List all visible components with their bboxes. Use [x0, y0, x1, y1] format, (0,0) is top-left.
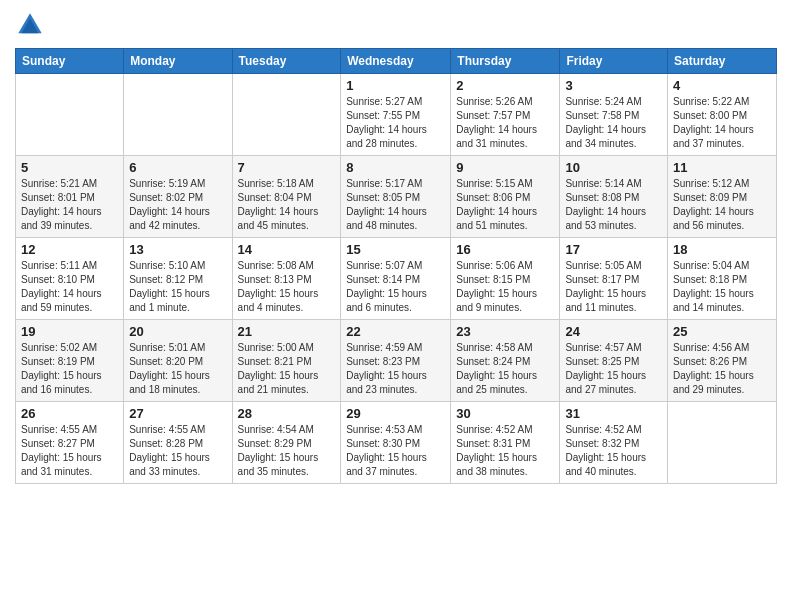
day-number: 3 — [565, 78, 662, 93]
calendar-week-row: 1Sunrise: 5:27 AM Sunset: 7:55 PM Daylig… — [16, 74, 777, 156]
day-number: 7 — [238, 160, 336, 175]
day-number: 23 — [456, 324, 554, 339]
calendar-cell: 30Sunrise: 4:52 AM Sunset: 8:31 PM Dayli… — [451, 402, 560, 484]
day-info: Sunrise: 5:27 AM Sunset: 7:55 PM Dayligh… — [346, 95, 445, 151]
day-info: Sunrise: 5:15 AM Sunset: 8:06 PM Dayligh… — [456, 177, 554, 233]
weekday-header-monday: Monday — [124, 49, 232, 74]
calendar-cell: 14Sunrise: 5:08 AM Sunset: 8:13 PM Dayli… — [232, 238, 341, 320]
day-number: 19 — [21, 324, 118, 339]
day-number: 13 — [129, 242, 226, 257]
day-info: Sunrise: 5:12 AM Sunset: 8:09 PM Dayligh… — [673, 177, 771, 233]
day-number: 1 — [346, 78, 445, 93]
day-number: 30 — [456, 406, 554, 421]
day-info: Sunrise: 5:06 AM Sunset: 8:15 PM Dayligh… — [456, 259, 554, 315]
calendar-cell: 9Sunrise: 5:15 AM Sunset: 8:06 PM Daylig… — [451, 156, 560, 238]
day-number: 2 — [456, 78, 554, 93]
calendar-cell: 6Sunrise: 5:19 AM Sunset: 8:02 PM Daylig… — [124, 156, 232, 238]
calendar-cell: 26Sunrise: 4:55 AM Sunset: 8:27 PM Dayli… — [16, 402, 124, 484]
day-number: 28 — [238, 406, 336, 421]
calendar-cell: 19Sunrise: 5:02 AM Sunset: 8:19 PM Dayli… — [16, 320, 124, 402]
calendar-week-row: 12Sunrise: 5:11 AM Sunset: 8:10 PM Dayli… — [16, 238, 777, 320]
day-info: Sunrise: 4:55 AM Sunset: 8:27 PM Dayligh… — [21, 423, 118, 479]
day-info: Sunrise: 5:17 AM Sunset: 8:05 PM Dayligh… — [346, 177, 445, 233]
day-info: Sunrise: 5:18 AM Sunset: 8:04 PM Dayligh… — [238, 177, 336, 233]
calendar-cell: 23Sunrise: 4:58 AM Sunset: 8:24 PM Dayli… — [451, 320, 560, 402]
day-number: 12 — [21, 242, 118, 257]
day-number: 25 — [673, 324, 771, 339]
day-info: Sunrise: 5:00 AM Sunset: 8:21 PM Dayligh… — [238, 341, 336, 397]
day-info: Sunrise: 5:11 AM Sunset: 8:10 PM Dayligh… — [21, 259, 118, 315]
day-number: 9 — [456, 160, 554, 175]
calendar-cell: 5Sunrise: 5:21 AM Sunset: 8:01 PM Daylig… — [16, 156, 124, 238]
day-info: Sunrise: 5:24 AM Sunset: 7:58 PM Dayligh… — [565, 95, 662, 151]
day-number: 16 — [456, 242, 554, 257]
day-info: Sunrise: 4:52 AM Sunset: 8:31 PM Dayligh… — [456, 423, 554, 479]
day-number: 10 — [565, 160, 662, 175]
logo-icon — [15, 10, 45, 40]
logo — [15, 10, 49, 40]
day-number: 18 — [673, 242, 771, 257]
calendar-cell: 8Sunrise: 5:17 AM Sunset: 8:05 PM Daylig… — [341, 156, 451, 238]
calendar-cell: 12Sunrise: 5:11 AM Sunset: 8:10 PM Dayli… — [16, 238, 124, 320]
day-info: Sunrise: 4:54 AM Sunset: 8:29 PM Dayligh… — [238, 423, 336, 479]
day-info: Sunrise: 5:07 AM Sunset: 8:14 PM Dayligh… — [346, 259, 445, 315]
calendar-cell: 3Sunrise: 5:24 AM Sunset: 7:58 PM Daylig… — [560, 74, 668, 156]
calendar-cell: 27Sunrise: 4:55 AM Sunset: 8:28 PM Dayli… — [124, 402, 232, 484]
day-number: 31 — [565, 406, 662, 421]
day-number: 4 — [673, 78, 771, 93]
calendar-table: SundayMondayTuesdayWednesdayThursdayFrid… — [15, 48, 777, 484]
day-info: Sunrise: 4:56 AM Sunset: 8:26 PM Dayligh… — [673, 341, 771, 397]
day-number: 21 — [238, 324, 336, 339]
day-number: 29 — [346, 406, 445, 421]
day-info: Sunrise: 5:08 AM Sunset: 8:13 PM Dayligh… — [238, 259, 336, 315]
calendar-cell: 17Sunrise: 5:05 AM Sunset: 8:17 PM Dayli… — [560, 238, 668, 320]
calendar-week-row: 19Sunrise: 5:02 AM Sunset: 8:19 PM Dayli… — [16, 320, 777, 402]
day-number: 17 — [565, 242, 662, 257]
day-info: Sunrise: 4:58 AM Sunset: 8:24 PM Dayligh… — [456, 341, 554, 397]
day-info: Sunrise: 5:26 AM Sunset: 7:57 PM Dayligh… — [456, 95, 554, 151]
day-number: 11 — [673, 160, 771, 175]
weekday-header-row: SundayMondayTuesdayWednesdayThursdayFrid… — [16, 49, 777, 74]
calendar-cell: 31Sunrise: 4:52 AM Sunset: 8:32 PM Dayli… — [560, 402, 668, 484]
calendar-cell: 22Sunrise: 4:59 AM Sunset: 8:23 PM Dayli… — [341, 320, 451, 402]
weekday-header-thursday: Thursday — [451, 49, 560, 74]
calendar-cell: 11Sunrise: 5:12 AM Sunset: 8:09 PM Dayli… — [668, 156, 777, 238]
calendar-week-row: 26Sunrise: 4:55 AM Sunset: 8:27 PM Dayli… — [16, 402, 777, 484]
day-number: 22 — [346, 324, 445, 339]
day-info: Sunrise: 5:10 AM Sunset: 8:12 PM Dayligh… — [129, 259, 226, 315]
day-number: 8 — [346, 160, 445, 175]
day-number: 15 — [346, 242, 445, 257]
calendar-cell — [16, 74, 124, 156]
day-info: Sunrise: 4:52 AM Sunset: 8:32 PM Dayligh… — [565, 423, 662, 479]
day-info: Sunrise: 5:21 AM Sunset: 8:01 PM Dayligh… — [21, 177, 118, 233]
day-number: 20 — [129, 324, 226, 339]
calendar-week-row: 5Sunrise: 5:21 AM Sunset: 8:01 PM Daylig… — [16, 156, 777, 238]
calendar-cell: 7Sunrise: 5:18 AM Sunset: 8:04 PM Daylig… — [232, 156, 341, 238]
day-number: 14 — [238, 242, 336, 257]
calendar-cell — [124, 74, 232, 156]
day-info: Sunrise: 4:55 AM Sunset: 8:28 PM Dayligh… — [129, 423, 226, 479]
day-info: Sunrise: 5:19 AM Sunset: 8:02 PM Dayligh… — [129, 177, 226, 233]
calendar-cell: 16Sunrise: 5:06 AM Sunset: 8:15 PM Dayli… — [451, 238, 560, 320]
day-info: Sunrise: 5:02 AM Sunset: 8:19 PM Dayligh… — [21, 341, 118, 397]
calendar-cell — [232, 74, 341, 156]
day-info: Sunrise: 5:01 AM Sunset: 8:20 PM Dayligh… — [129, 341, 226, 397]
weekday-header-tuesday: Tuesday — [232, 49, 341, 74]
header — [15, 10, 777, 40]
day-number: 24 — [565, 324, 662, 339]
weekday-header-saturday: Saturday — [668, 49, 777, 74]
calendar-cell — [668, 402, 777, 484]
calendar-cell: 25Sunrise: 4:56 AM Sunset: 8:26 PM Dayli… — [668, 320, 777, 402]
day-number: 26 — [21, 406, 118, 421]
day-info: Sunrise: 4:53 AM Sunset: 8:30 PM Dayligh… — [346, 423, 445, 479]
calendar-cell: 13Sunrise: 5:10 AM Sunset: 8:12 PM Dayli… — [124, 238, 232, 320]
calendar-cell: 2Sunrise: 5:26 AM Sunset: 7:57 PM Daylig… — [451, 74, 560, 156]
calendar-cell: 20Sunrise: 5:01 AM Sunset: 8:20 PM Dayli… — [124, 320, 232, 402]
calendar-cell: 29Sunrise: 4:53 AM Sunset: 8:30 PM Dayli… — [341, 402, 451, 484]
weekday-header-friday: Friday — [560, 49, 668, 74]
day-info: Sunrise: 5:05 AM Sunset: 8:17 PM Dayligh… — [565, 259, 662, 315]
calendar-cell: 24Sunrise: 4:57 AM Sunset: 8:25 PM Dayli… — [560, 320, 668, 402]
weekday-header-sunday: Sunday — [16, 49, 124, 74]
day-info: Sunrise: 4:59 AM Sunset: 8:23 PM Dayligh… — [346, 341, 445, 397]
day-number: 5 — [21, 160, 118, 175]
